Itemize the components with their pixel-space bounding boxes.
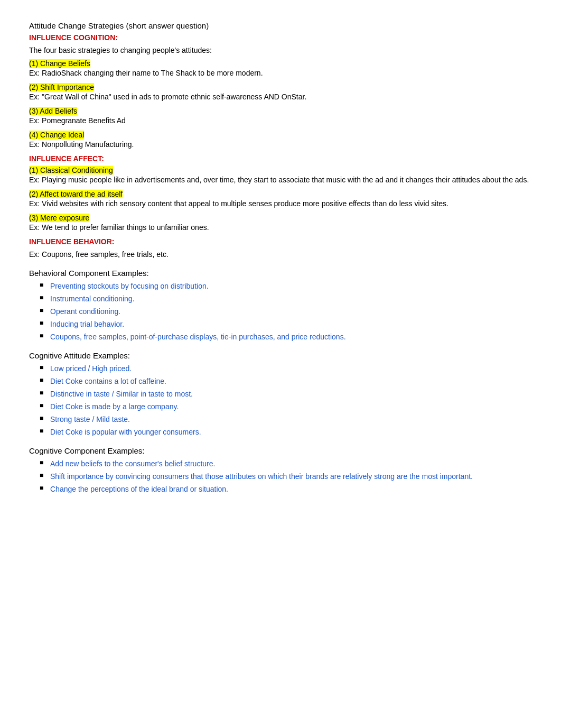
cognition-item-4: (4) Change Ideal Ex: Nonpolluting Manufa… xyxy=(29,131,540,150)
cognition-label-3: (3) Add Beliefs xyxy=(29,107,77,115)
affect-item-3: (3) Mere exposure Ex: We tend to prefer … xyxy=(29,214,540,233)
list-item-text: Operant conditioning. xyxy=(50,306,120,317)
list-item: ■ Coupons, free samples, point-of-purcha… xyxy=(29,331,540,343)
list-item: ■ Diet Coke contains a lot of caffeine. xyxy=(29,376,540,387)
affect-example-3: Ex: We tend to prefer familiar things to… xyxy=(29,222,540,233)
main-title: Attitude Change Strategies (short answer… xyxy=(29,21,209,30)
bullet-icon: ■ xyxy=(40,389,46,397)
list-item: ■ Inducing trial behavior. xyxy=(29,319,540,330)
influence-behavior-block: INFLUENCE BEHAVIOR: xyxy=(29,237,540,246)
list-item-text: Preventing stockouts by focusing on dist… xyxy=(50,281,209,292)
list-item: ■ Strong taste / Mild taste. xyxy=(29,414,540,425)
bullet-icon: ■ xyxy=(40,293,46,301)
list-item: ■ Add new beliefs to the consumer's beli… xyxy=(29,458,540,469)
cognition-label-2: (2) Shift Importance xyxy=(29,83,94,91)
affect-example-1: Ex: Playing music people like in adverti… xyxy=(29,174,540,186)
main-content: Attitude Change Strategies (short answer… xyxy=(29,21,540,495)
list-item-text: Low priced / High priced. xyxy=(50,363,132,374)
list-item: ■ Low priced / High priced. xyxy=(29,363,540,374)
influence-affect-label: INFLUENCE AFFECT: xyxy=(29,154,104,163)
influence-cognition-label: INFLUENCE COGNITION: xyxy=(29,33,118,42)
affect-label-3: (3) Mere exposure xyxy=(29,214,89,222)
list-item: ■ Diet Coke is popular with younger cons… xyxy=(29,427,540,438)
cognitive-attitude-section: Cognitive Attitude Examples: ■ Low price… xyxy=(29,351,540,438)
bullet-icon: ■ xyxy=(40,363,46,371)
list-item-text: Inducing trial behavior. xyxy=(50,319,124,330)
cognitive-component-title: Cognitive Component Examples: xyxy=(29,446,540,455)
cognition-example-1: Ex: RadioShack changing their name to Th… xyxy=(29,68,540,79)
list-item: ■ Distinctive in taste / Similar in tast… xyxy=(29,389,540,400)
list-item: ■ Instrumental conditioning. xyxy=(29,293,540,305)
cognition-item-1: (1) Change Beliefs Ex: RadioShack changi… xyxy=(29,59,540,79)
bullet-icon: ■ xyxy=(40,319,46,327)
affect-label-1: (1) Classical Conditioning xyxy=(29,166,113,174)
cognition-example-4: Ex: Nonpolluting Manufacturing. xyxy=(29,139,540,150)
list-item-text: Diet Coke contains a lot of caffeine. xyxy=(50,376,166,387)
list-item-text: Shift importance by convincing consumers… xyxy=(50,471,473,482)
list-item-text: Strong taste / Mild taste. xyxy=(50,414,130,425)
cognition-example-3: Ex: Pomegranate Benefits Ad xyxy=(29,115,540,126)
influence-behavior-label: INFLUENCE BEHAVIOR: xyxy=(29,237,115,246)
list-item: ■ Shift importance by convincing consume… xyxy=(29,471,540,482)
behavioral-component-title: Behavioral Component Examples: xyxy=(29,269,540,278)
bullet-icon: ■ xyxy=(40,281,46,289)
main-title-block: Attitude Change Strategies (short answer… xyxy=(29,21,540,30)
cognition-example-2: Ex: "Great Wall of China" used in ads to… xyxy=(29,91,540,103)
bullet-icon: ■ xyxy=(40,427,46,435)
intro-text: The four basic strategies to changing pe… xyxy=(29,46,212,54)
affect-example-2: Ex: Vivid websites with rich sensory con… xyxy=(29,198,540,209)
list-item: ■ Diet Coke is made by a large company. xyxy=(29,401,540,412)
list-item-text: Diet Coke is popular with younger consum… xyxy=(50,427,201,438)
list-item: ■ Operant conditioning. xyxy=(29,306,540,317)
behavior-example: Ex: Coupons, free samples, free trials, … xyxy=(29,249,540,260)
intro-text-block: The four basic strategies to changing pe… xyxy=(29,45,540,56)
bullet-icon: ■ xyxy=(40,376,46,384)
cognitive-attitude-title: Cognitive Attitude Examples: xyxy=(29,351,540,360)
bullet-icon: ■ xyxy=(40,484,46,492)
list-item-text: Instrumental conditioning. xyxy=(50,293,135,305)
cognition-label-1: (1) Change Beliefs xyxy=(29,59,90,68)
behavioral-list: ■ Preventing stockouts by focusing on di… xyxy=(29,281,540,343)
behavioral-component-section: Behavioral Component Examples: ■ Prevent… xyxy=(29,269,540,343)
list-item-text: Change the perceptions of the ideal bran… xyxy=(50,484,228,495)
list-item-text: Distinctive in taste / Similar in taste … xyxy=(50,389,193,400)
list-item: ■ Change the perceptions of the ideal br… xyxy=(29,484,540,495)
affect-item-2: (2) Affect toward the ad itself Ex: Vivi… xyxy=(29,190,540,209)
affect-label-2: (2) Affect toward the ad itself xyxy=(29,190,123,198)
bullet-icon: ■ xyxy=(40,401,46,409)
bullet-icon: ■ xyxy=(40,331,46,339)
cognitive-component-section: Cognitive Component Examples: ■ Add new … xyxy=(29,446,540,495)
affect-item-1: (1) Classical Conditioning Ex: Playing m… xyxy=(29,166,540,186)
cognitive-attitude-list: ■ Low priced / High priced. ■ Diet Coke … xyxy=(29,363,540,438)
influence-cognition-block: INFLUENCE COGNITION: xyxy=(29,33,540,42)
list-item-text: Add new beliefs to the consumer's belief… xyxy=(50,458,215,469)
list-item-text: Diet Coke is made by a large company. xyxy=(50,401,179,412)
influence-affect-block: INFLUENCE AFFECT: xyxy=(29,154,540,163)
bullet-icon: ■ xyxy=(40,306,46,314)
bullet-icon: ■ xyxy=(40,471,46,479)
cognitive-component-list: ■ Add new beliefs to the consumer's beli… xyxy=(29,458,540,495)
cognition-item-3: (3) Add Beliefs Ex: Pomegranate Benefits… xyxy=(29,107,540,126)
cognition-label-4: (4) Change Ideal xyxy=(29,131,84,139)
bullet-icon: ■ xyxy=(40,458,46,466)
list-item: ■ Preventing stockouts by focusing on di… xyxy=(29,281,540,292)
bullet-icon: ■ xyxy=(40,414,46,422)
cognition-item-2: (2) Shift Importance Ex: "Great Wall of … xyxy=(29,83,540,103)
list-item-text: Coupons, free samples, point-of-purchase… xyxy=(50,331,346,343)
